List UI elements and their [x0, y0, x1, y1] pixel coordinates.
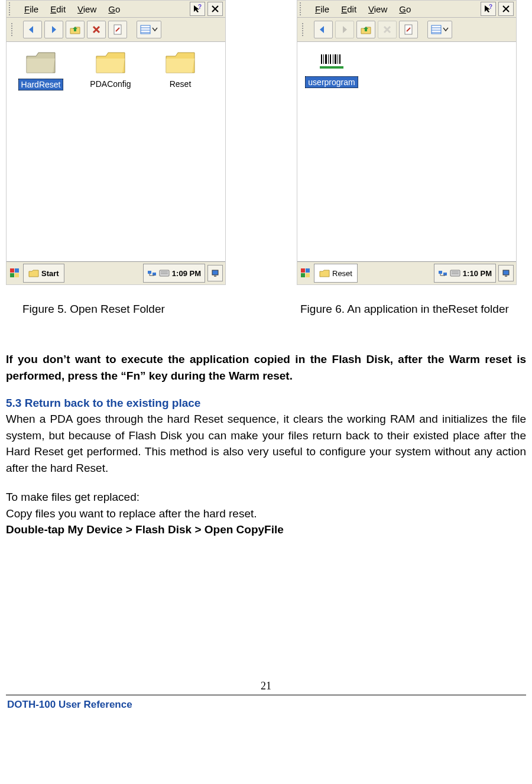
svg-rect-26 [325, 54, 327, 64]
folder-up-icon [360, 24, 372, 35]
menu-go[interactable]: Go [102, 3, 126, 15]
menu-go[interactable]: Go [393, 3, 417, 15]
windows-flag-icon [9, 267, 21, 279]
file-list[interactable]: userprogram [297, 42, 516, 261]
svg-rect-15 [212, 270, 218, 275]
screenshot-left: File Edit View Go ? [6, 0, 226, 285]
menu-file[interactable]: File [18, 3, 44, 15]
screenshot-row: File Edit View Go ? [6, 0, 526, 285]
desktop-icon [211, 269, 219, 277]
footer-rule [6, 695, 526, 695]
toolbar [7, 18, 225, 42]
page-footer: 21 DOTH-100 User Reference [6, 680, 526, 711]
help-button[interactable]: ? [481, 2, 496, 16]
toolbar-handle[interactable] [9, 2, 15, 15]
show-desktop-button[interactable] [498, 265, 514, 281]
forward-button[interactable] [44, 21, 63, 38]
svg-rect-25 [323, 54, 324, 64]
network-icon [438, 269, 447, 277]
view-mode-button[interactable] [427, 21, 452, 38]
show-desktop-button[interactable] [207, 265, 223, 281]
icon-label: userprogram [305, 76, 358, 88]
chevron-down-icon [443, 27, 449, 32]
back-button[interactable] [23, 21, 42, 38]
delete-icon [383, 25, 391, 34]
menu-view[interactable]: View [72, 3, 102, 15]
svg-rect-32 [339, 54, 340, 64]
toolbar-handle[interactable] [300, 2, 306, 15]
figure-captions: Figure 5. Open Reset Folder Figure 6. An… [6, 303, 526, 316]
desktop-icon [502, 269, 510, 277]
toolbar-handle[interactable] [11, 23, 17, 36]
section-heading-5-3: 5.3 Return back to the existing place [6, 397, 526, 410]
folder-reset[interactable]: Reset [151, 49, 210, 89]
delete-icon [92, 25, 100, 34]
up-button[interactable] [66, 21, 85, 38]
chevron-down-icon [152, 27, 158, 32]
system-tray[interactable]: 1:10 PM [434, 264, 496, 283]
forward-button[interactable] [335, 21, 354, 38]
caption-figure-5: Figure 5. Open Reset Folder [6, 303, 300, 316]
svg-rect-43 [505, 276, 507, 277]
close-icon [212, 5, 219, 12]
clock: 1:09 PM [172, 269, 201, 278]
folder-pdaconfig[interactable]: PDAConfig [81, 49, 140, 89]
taskbar: Reset 1:10 PM [297, 261, 516, 284]
start-button[interactable]: Start [23, 264, 64, 283]
page-number: 21 [6, 680, 526, 692]
paragraph-instruction-path: Double-tap My Device > Flash Disk > Open… [6, 521, 526, 538]
file-userprogram[interactable]: userprogram [302, 49, 361, 88]
delete-button[interactable] [87, 21, 106, 38]
close-button[interactable] [207, 2, 223, 16]
svg-rect-10 [148, 271, 151, 274]
svg-rect-7 [15, 268, 19, 273]
close-button[interactable] [498, 2, 514, 16]
file-list[interactable]: HardReset PDAConfig Reset [7, 42, 225, 261]
properties-icon [404, 24, 413, 35]
svg-rect-30 [335, 54, 336, 64]
properties-button[interactable] [108, 21, 127, 38]
folder-icon [319, 269, 330, 277]
taskbar-app-reset[interactable]: Reset [314, 264, 358, 283]
svg-rect-6 [10, 268, 14, 273]
svg-rect-16 [214, 276, 216, 277]
menu-edit[interactable]: Edit [335, 3, 362, 15]
menu-go-label: o [115, 4, 120, 14]
svg-rect-31 [338, 54, 338, 64]
help-button[interactable]: ? [190, 2, 205, 16]
menu-view[interactable]: View [362, 3, 393, 15]
svg-text:?: ? [198, 4, 202, 10]
menu-edit-label: dit [56, 4, 66, 14]
toolbar-handle[interactable] [302, 23, 308, 36]
icon-label: HardReset [18, 79, 64, 90]
svg-rect-29 [333, 54, 333, 64]
back-button[interactable] [314, 21, 333, 38]
forward-icon [339, 25, 350, 34]
barcode-icon [317, 49, 346, 73]
caption-figure-6: Figure 6. An application in theReset fol… [300, 303, 526, 316]
folder-icon [28, 269, 39, 277]
menu-edit[interactable]: Edit [44, 3, 72, 15]
paragraph-instruction-step: Copy files you want to replace after the… [6, 506, 526, 522]
up-button[interactable] [356, 21, 375, 38]
start-label: Start [41, 269, 59, 278]
view-mode-button[interactable] [137, 21, 161, 38]
back-icon [27, 25, 38, 34]
taskbar: Start 1:09 PM [7, 261, 225, 284]
menu-file[interactable]: File [309, 3, 335, 15]
folder-hardreset[interactable]: HardReset [11, 49, 70, 90]
svg-rect-42 [503, 270, 509, 275]
svg-rect-12 [160, 270, 169, 276]
help-cursor-icon: ? [193, 4, 202, 14]
properties-button[interactable] [399, 21, 418, 38]
svg-rect-35 [301, 273, 305, 277]
svg-rect-9 [15, 273, 19, 277]
svg-rect-36 [306, 273, 310, 277]
system-tray[interactable]: 1:09 PM [143, 264, 205, 283]
menu-file-label: ile [30, 4, 38, 14]
view-list-icon [431, 25, 442, 34]
folder-icon [94, 49, 127, 75]
delete-button[interactable] [378, 21, 397, 38]
icon-label: PDAConfig [87, 79, 133, 89]
keyboard-icon [159, 270, 170, 277]
